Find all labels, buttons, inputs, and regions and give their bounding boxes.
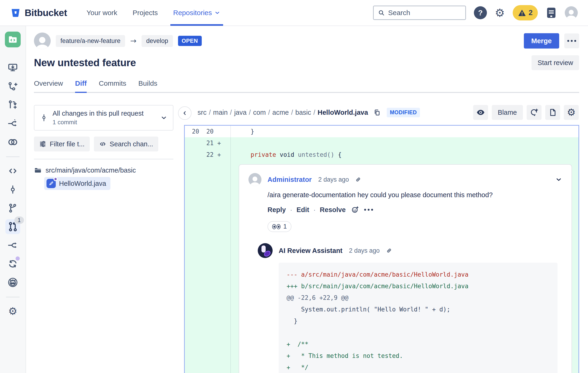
code-search-icon	[99, 140, 106, 148]
create-branch-button[interactable]	[5, 79, 20, 94]
tab-overview[interactable]: Overview	[34, 80, 63, 92]
help-icon[interactable]: ?	[474, 6, 487, 19]
branches-button[interactable]	[5, 201, 20, 216]
tab-builds[interactable]: Builds	[138, 80, 157, 92]
diff-line-21[interactable]: 21+	[185, 137, 578, 149]
diff-toolbar: Blame ⚙	[473, 105, 579, 120]
comment-author-avatar	[248, 173, 262, 186]
reaction-count: 1	[283, 223, 287, 230]
search-changes-button[interactable]: Search chan...	[94, 137, 158, 151]
tab-commits[interactable]: Commits	[99, 80, 126, 92]
tab-diff[interactable]: Diff	[75, 80, 87, 92]
clone-button[interactable]	[5, 60, 20, 75]
collapse-panel-button[interactable]	[178, 106, 191, 120]
commit-icon	[40, 113, 48, 122]
create-pull-request-button[interactable]	[5, 98, 20, 112]
user-avatar[interactable]	[565, 6, 578, 19]
copy-path-button[interactable]	[373, 109, 381, 116]
warnings-button[interactable]: 2	[513, 5, 538, 20]
reply-action[interactable]: Reply	[267, 206, 286, 214]
collapse-comment-chevron[interactable]	[555, 176, 562, 183]
settings-gear-icon[interactable]: ⚙	[495, 7, 505, 18]
compare-branches-button[interactable]	[5, 135, 20, 150]
nav-projects[interactable]: Projects	[133, 0, 158, 26]
ellipsis-icon	[567, 40, 576, 42]
code-line: + /**	[287, 338, 550, 350]
comment-zone-gutter	[185, 161, 231, 373]
comment-timestamp[interactable]: 2 days ago	[318, 176, 349, 183]
reaction-row: 1	[267, 221, 562, 232]
diff-line-20[interactable]: 2020 }	[185, 126, 578, 137]
add-reaction-icon[interactable]	[351, 206, 359, 214]
global-search[interactable]	[373, 6, 466, 20]
add-comment-button[interactable]	[527, 105, 542, 120]
code-line: @@ -22,6 +22,9 @@	[287, 292, 550, 303]
comment-header: Administrator 2 days ago	[248, 173, 562, 186]
file-name: HelloWorld.java	[59, 180, 106, 187]
search-input[interactable]	[388, 9, 461, 17]
warning-count: 2	[528, 9, 533, 17]
search-icon	[378, 9, 385, 16]
diff-settings-button[interactable]: ⚙	[564, 105, 579, 120]
permalink-icon[interactable]	[355, 176, 361, 183]
reply-code-block: --- a/src/main/java/com/acme/basic/Hello…	[279, 263, 557, 373]
view-file-button[interactable]	[545, 105, 560, 120]
code-line: }	[287, 315, 550, 327]
watch-file-button[interactable]	[473, 105, 488, 120]
pr-author-avatar[interactable]	[34, 32, 51, 49]
compare-fork-button[interactable]	[5, 116, 20, 131]
source-code-button[interactable]	[5, 163, 20, 178]
forks-button[interactable]	[5, 238, 20, 253]
edit-action[interactable]: Edit	[296, 206, 309, 214]
pull-requests-button[interactable]: 1	[5, 219, 20, 234]
gear-icon: ⚙	[8, 306, 17, 316]
code-line: --- a/src/main/java/com/acme/basic/Hello…	[287, 269, 550, 280]
repository-avatar[interactable]	[5, 31, 21, 47]
chevron-down-icon	[160, 114, 167, 121]
sidebar-divider	[6, 157, 20, 157]
nav-repositories[interactable]: Repositories	[173, 0, 220, 26]
code-line: System.out.println( "Hello World! " + d)…	[287, 303, 550, 315]
comment-more-options[interactable]	[364, 209, 373, 211]
permalink-icon[interactable]	[386, 247, 392, 254]
left-sidebar: 1 ⚙	[0, 26, 26, 373]
repo-settings-button[interactable]: ⚙	[5, 304, 20, 319]
pipelines-notification-dot	[16, 256, 20, 261]
commits-button[interactable]	[5, 182, 20, 197]
resolve-action[interactable]: Resolve	[320, 206, 346, 214]
commit-selector-subtitle: 1 commit	[52, 119, 156, 126]
reply-header: AI Review Assistant 2 days ago	[258, 243, 562, 258]
blame-button[interactable]: Blame	[492, 105, 523, 120]
comment-author[interactable]: Administrator	[267, 176, 312, 183]
reply-timestamp[interactable]: 2 days ago	[349, 247, 380, 254]
pipelines-button[interactable]	[5, 256, 20, 271]
nav-your-work[interactable]: Your work	[86, 0, 117, 26]
target-branch-chip[interactable]: develop	[142, 35, 173, 47]
file-tree-folder[interactable]: src/main/java/com/acme/basic	[34, 166, 173, 174]
comment-card: Administrator 2 days ago	[239, 164, 572, 373]
feedback-journal-icon[interactable]	[546, 7, 557, 19]
diff-line-22[interactable]: 22+ private void untested() {	[185, 149, 578, 161]
arrow-right-icon: →	[130, 36, 136, 45]
reply-author[interactable]: AI Review Assistant	[279, 247, 343, 254]
bitbucket-logo[interactable]: Bitbucket	[10, 7, 67, 18]
commit-selector[interactable]: All changes in this pull request 1 commi…	[34, 105, 173, 131]
warning-triangle-icon	[518, 9, 526, 17]
pr-title-row: New untested feature Start review	[34, 55, 579, 70]
file-filter-row: Filter file t... Search chan...	[34, 137, 173, 151]
source-branch-chip[interactable]: feature/a-new-feature	[56, 35, 125, 47]
start-review-button[interactable]: Start review	[532, 55, 579, 70]
eyes-emoji-icon	[272, 224, 281, 229]
code-line: + */	[287, 362, 550, 373]
filter-file-tree-button[interactable]: Filter file t...	[34, 137, 90, 151]
modified-file-icon	[46, 179, 56, 188]
code-line: + * This method is not tested.	[287, 350, 550, 362]
merge-button[interactable]: Merge	[524, 33, 559, 49]
folder-icon	[34, 166, 42, 174]
more-options-button[interactable]	[564, 33, 579, 48]
eyes-reaction-pill[interactable]: 1	[267, 221, 292, 232]
comment-body: /aira generate-documentation hey could y…	[267, 191, 562, 199]
gear-icon: ⚙	[567, 108, 576, 117]
file-tree-item-selected[interactable]: HelloWorld.java	[44, 177, 110, 190]
security-owl-button[interactable]	[5, 275, 20, 290]
